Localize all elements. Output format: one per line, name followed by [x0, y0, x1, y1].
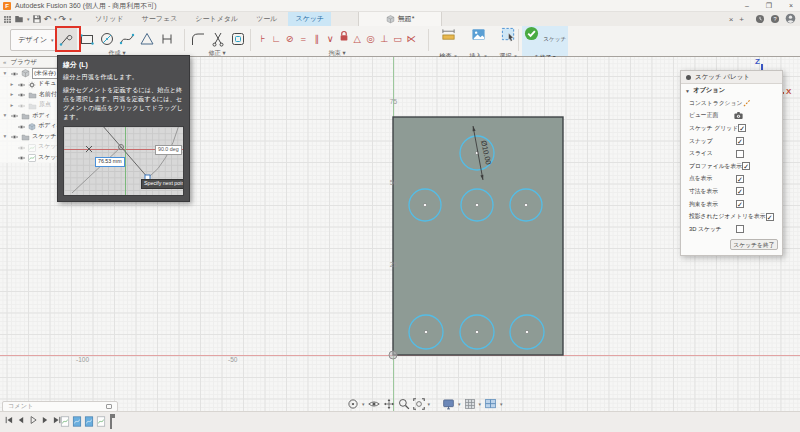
expand-arrow-icon[interactable]: ▾: [2, 70, 8, 76]
palette-row-label: プロファイルを表示: [689, 162, 742, 171]
orbit-icon[interactable]: [347, 398, 359, 410]
sketch-feature-icon[interactable]: [72, 415, 82, 428]
expand-arrow-icon[interactable]: ▾: [2, 112, 8, 118]
palette-row: 寸法を表示✓: [681, 185, 782, 198]
viewports-icon[interactable]: [484, 398, 497, 410]
z-axis-label: Z: [755, 57, 760, 66]
viewports-dropdown-icon[interactable]: ▾: [500, 401, 503, 407]
checkbox[interactable]: ✓: [738, 124, 746, 132]
palette-row: ビュー正面: [681, 110, 782, 123]
palette-header[interactable]: スケッチ パレット: [681, 71, 782, 84]
checkbox[interactable]: ✓: [742, 162, 750, 170]
skip-start-icon[interactable]: [4, 415, 14, 425]
palette-row: 点を表示✓: [681, 173, 782, 186]
expand-arrow-icon[interactable]: ▸: [9, 91, 15, 97]
palette-row-label: スケッチ グリッド: [689, 124, 738, 133]
tooltip-title: 線分 (L): [63, 60, 184, 70]
sketch-feature-icon[interactable]: [96, 415, 106, 428]
origin-point[interactable]: [389, 351, 397, 359]
checkbox[interactable]: ✓: [736, 187, 744, 195]
circle-center-point[interactable]: [424, 330, 427, 333]
grid-label: -50: [228, 356, 238, 363]
grid-label: 75: [390, 98, 398, 105]
browser-item-content: 原点: [17, 96, 51, 114]
tooltip-body: 線分セグメントを定義するには、始点と終点を選択します。円弧を定義するには、セグメ…: [63, 86, 184, 122]
expand-arrow-icon[interactable]: ▸: [9, 81, 15, 87]
palette-row: スケッチ グリッド✓: [681, 122, 782, 135]
sketch-feature-icon[interactable]: [60, 415, 70, 428]
timeline-playback-controls: [4, 415, 62, 425]
annotation-red-box: [55, 26, 81, 52]
palette-row: 投影されたジオメトリを表示✓: [681, 210, 782, 223]
sketch-palette: スケッチ パレット ▼ オプション コンストラクションビュー正面スケッチ グリッ…: [680, 70, 783, 256]
fusion360-window: F Autodesk Fusion 360 (個人用 - 商用利用不可) – ❐…: [0, 0, 800, 432]
orbit-dropdown-icon[interactable]: ▾: [362, 401, 365, 407]
checkbox[interactable]: ✓: [736, 200, 744, 208]
visibility-eye-icon[interactable]: [17, 96, 26, 114]
grid-label: 50: [390, 179, 398, 186]
play-icon[interactable]: [28, 415, 38, 425]
palette-row: 3D スケッチ: [681, 223, 782, 236]
line-tool-tooltip: 線分 (L) 線分と円弧を作成します。 線分セグメントを定義するには、始点と終点…: [57, 55, 190, 202]
folder-icon: [28, 96, 37, 114]
palette-row: スライス: [681, 147, 782, 160]
expand-arrow-icon[interactable]: ▾: [2, 133, 8, 139]
palette-row: コンストラクション: [681, 97, 782, 110]
palette-row-label: スライス: [689, 149, 713, 158]
x-axis-label: X: [786, 87, 791, 96]
tooltip-preview-image: 76.53 mm 90.0 deg Specify next point: [63, 126, 184, 196]
chevron-down-icon: ▼: [685, 88, 690, 94]
collapse-browser-icon[interactable]: «: [3, 59, 6, 65]
preview-hint-text: Specify next point: [141, 179, 184, 189]
timeline-features: [60, 414, 112, 429]
display-settings-dropdown-icon[interactable]: ▾: [458, 401, 461, 407]
step-back-icon[interactable]: [16, 415, 26, 425]
construction-icon[interactable]: [742, 98, 752, 108]
circle-center-point[interactable]: [525, 330, 528, 333]
palette-title: スケッチ パレット: [695, 73, 750, 82]
checkbox[interactable]: ✓: [736, 137, 744, 145]
palette-options-section[interactable]: ▼ オプション: [681, 84, 782, 97]
fit-icon[interactable]: [413, 398, 425, 410]
checkbox[interactable]: ✓: [736, 175, 744, 183]
checkbox[interactable]: ✓: [766, 213, 774, 221]
comment-bubble-icon: [106, 404, 112, 409]
palette-rows: コンストラクションビュー正面スケッチ グリッド✓スナップ✓スライスプロファイルを…: [681, 97, 782, 236]
checkbox[interactable]: [736, 225, 744, 233]
palette-row-label: スナップ: [689, 137, 713, 146]
camera-icon[interactable]: [733, 110, 744, 121]
step-forward-icon[interactable]: [40, 415, 50, 425]
fit-dropdown-icon[interactable]: ▾: [428, 401, 431, 407]
palette-row-label: ビュー正面: [689, 111, 718, 120]
palette-row-label: 寸法を表示: [689, 187, 718, 196]
preview-dimension-value: 76.53 mm: [95, 157, 125, 167]
checkbox[interactable]: [736, 150, 744, 158]
zoom-icon[interactable]: [398, 398, 410, 410]
palette-row-label: 拘束を表示: [689, 200, 718, 209]
sketch-feature-icon[interactable]: [84, 415, 94, 428]
look-at-icon[interactable]: [368, 398, 380, 410]
browser-item-label: 原点: [39, 100, 51, 109]
comment-label: コメント: [8, 402, 33, 411]
preview-angle-value: 90.0 deg: [155, 145, 182, 155]
timeline-bar: [0, 411, 800, 432]
circle-center-point[interactable]: [524, 203, 527, 206]
visibility-eye-icon[interactable]: [17, 138, 26, 156]
palette-row-label: 投影されたジオメトリを表示: [689, 212, 766, 221]
palette-finish-sketch-button[interactable]: スケッチを終了: [730, 239, 778, 250]
timeline-marker[interactable]: [110, 414, 112, 429]
display-settings-icon[interactable]: [442, 398, 455, 410]
palette-row-label: 3D スケッチ: [689, 225, 722, 234]
palette-grip-icon: [686, 75, 691, 80]
grid-snaps-icon[interactable]: [464, 398, 476, 410]
pan-icon[interactable]: [383, 398, 395, 410]
circle-center-point[interactable]: [475, 330, 478, 333]
palette-row: 拘束を表示✓: [681, 198, 782, 211]
grid-label: 25: [390, 261, 398, 268]
palette-row: プロファイルを表示✓: [681, 160, 782, 173]
palette-row: スナップ✓: [681, 135, 782, 148]
circle-center-point[interactable]: [475, 203, 478, 206]
navigation-bar: ▾▾▾▾▾: [347, 397, 503, 411]
circle-center-point[interactable]: [423, 203, 426, 206]
grid-snaps-dropdown-icon[interactable]: ▾: [479, 401, 482, 407]
